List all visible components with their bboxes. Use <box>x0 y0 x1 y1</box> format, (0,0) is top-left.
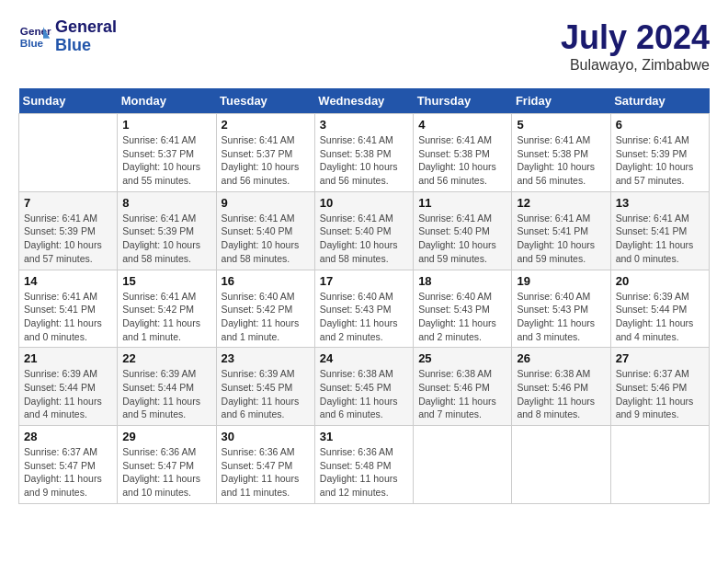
day-number: 1 <box>122 118 210 132</box>
weekday-header: Sunday <box>19 88 118 114</box>
day-number: 21 <box>24 351 112 365</box>
day-detail: Sunrise: 6:41 AM Sunset: 5:38 PM Dayligh… <box>320 133 408 188</box>
calendar-cell: 28Sunrise: 6:37 AM Sunset: 5:47 PM Dayli… <box>19 426 118 504</box>
calendar-week-row: 7Sunrise: 6:41 AM Sunset: 5:39 PM Daylig… <box>19 191 710 270</box>
day-number: 5 <box>517 118 605 132</box>
title-area: July 2024 Bulawayo, Zimbabwe <box>561 18 710 74</box>
calendar-cell: 1Sunrise: 6:41 AM Sunset: 5:37 PM Daylig… <box>118 114 216 192</box>
weekday-header: Monday <box>118 88 216 114</box>
day-detail: Sunrise: 6:39 AM Sunset: 5:44 PM Dayligh… <box>122 367 210 421</box>
day-number: 23 <box>222 351 310 365</box>
calendar-cell <box>19 114 118 192</box>
weekday-header: Tuesday <box>216 88 314 114</box>
page-header: General Blue General Blue July 2024 Bula… <box>18 18 710 74</box>
day-number: 12 <box>517 196 605 210</box>
calendar-cell: 18Sunrise: 6:40 AM Sunset: 5:43 PM Dayli… <box>414 270 512 348</box>
calendar-cell <box>512 426 610 504</box>
day-detail: Sunrise: 6:36 AM Sunset: 5:47 PM Dayligh… <box>222 445 310 500</box>
calendar-cell: 6Sunrise: 6:41 AM Sunset: 5:39 PM Daylig… <box>610 114 709 192</box>
day-number: 25 <box>418 351 506 365</box>
calendar-cell: 5Sunrise: 6:41 AM Sunset: 5:38 PM Daylig… <box>512 114 610 192</box>
calendar-cell: 8Sunrise: 6:41 AM Sunset: 5:39 PM Daylig… <box>118 191 216 270</box>
day-number: 11 <box>418 196 506 210</box>
svg-text:Blue: Blue <box>20 37 44 49</box>
day-detail: Sunrise: 6:39 AM Sunset: 5:45 PM Dayligh… <box>222 367 310 421</box>
day-number: 28 <box>24 430 112 443</box>
calendar-cell: 30Sunrise: 6:36 AM Sunset: 5:47 PM Dayli… <box>216 426 314 504</box>
weekday-header: Friday <box>512 88 610 114</box>
day-detail: Sunrise: 6:40 AM Sunset: 5:42 PM Dayligh… <box>222 290 310 344</box>
calendar-cell <box>610 426 709 504</box>
day-detail: Sunrise: 6:41 AM Sunset: 5:39 PM Dayligh… <box>24 212 112 266</box>
calendar-cell: 23Sunrise: 6:39 AM Sunset: 5:45 PM Dayli… <box>216 348 314 426</box>
calendar-cell: 20Sunrise: 6:39 AM Sunset: 5:44 PM Dayli… <box>610 270 709 348</box>
day-detail: Sunrise: 6:38 AM Sunset: 5:45 PM Dayligh… <box>320 367 408 421</box>
calendar-cell: 24Sunrise: 6:38 AM Sunset: 5:45 PM Dayli… <box>314 348 413 426</box>
day-detail: Sunrise: 6:41 AM Sunset: 5:40 PM Dayligh… <box>320 212 408 266</box>
day-number: 2 <box>222 118 310 132</box>
day-detail: Sunrise: 6:41 AM Sunset: 5:41 PM Dayligh… <box>517 212 605 266</box>
day-detail: Sunrise: 6:41 AM Sunset: 5:41 PM Dayligh… <box>616 212 704 266</box>
calendar-cell: 29Sunrise: 6:36 AM Sunset: 5:47 PM Dayli… <box>118 426 216 504</box>
weekday-header: Thursday <box>414 88 512 114</box>
day-detail: Sunrise: 6:41 AM Sunset: 5:37 PM Dayligh… <box>122 133 210 188</box>
calendar-cell: 27Sunrise: 6:37 AM Sunset: 5:46 PM Dayli… <box>610 348 709 426</box>
calendar-week-row: 1Sunrise: 6:41 AM Sunset: 5:37 PM Daylig… <box>19 114 710 192</box>
day-number: 8 <box>122 196 210 210</box>
day-number: 16 <box>222 274 310 288</box>
calendar-cell: 11Sunrise: 6:41 AM Sunset: 5:40 PM Dayli… <box>414 191 512 270</box>
calendar-cell: 10Sunrise: 6:41 AM Sunset: 5:40 PM Dayli… <box>314 191 413 270</box>
day-detail: Sunrise: 6:41 AM Sunset: 5:42 PM Dayligh… <box>122 290 210 344</box>
calendar-cell <box>414 426 512 504</box>
calendar-cell: 17Sunrise: 6:40 AM Sunset: 5:43 PM Dayli… <box>314 270 413 348</box>
day-number: 3 <box>320 118 408 132</box>
calendar-cell: 2Sunrise: 6:41 AM Sunset: 5:37 PM Daylig… <box>216 114 314 192</box>
calendar-week-row: 14Sunrise: 6:41 AM Sunset: 5:41 PM Dayli… <box>19 270 710 348</box>
weekday-header: Wednesday <box>314 88 413 114</box>
calendar-cell: 12Sunrise: 6:41 AM Sunset: 5:41 PM Dayli… <box>512 191 610 270</box>
calendar-cell: 14Sunrise: 6:41 AM Sunset: 5:41 PM Dayli… <box>19 270 118 348</box>
calendar-cell: 25Sunrise: 6:38 AM Sunset: 5:46 PM Dayli… <box>414 348 512 426</box>
day-number: 17 <box>320 274 408 288</box>
day-number: 24 <box>320 351 408 365</box>
day-detail: Sunrise: 6:41 AM Sunset: 5:41 PM Dayligh… <box>24 290 112 344</box>
day-number: 18 <box>418 274 506 288</box>
calendar-cell: 13Sunrise: 6:41 AM Sunset: 5:41 PM Dayli… <box>610 191 709 270</box>
logo-text-blue: Blue <box>55 37 117 55</box>
calendar-cell: 26Sunrise: 6:38 AM Sunset: 5:46 PM Dayli… <box>512 348 610 426</box>
day-number: 19 <box>517 274 605 288</box>
day-detail: Sunrise: 6:41 AM Sunset: 5:39 PM Dayligh… <box>122 212 210 266</box>
day-number: 14 <box>24 274 112 288</box>
day-number: 4 <box>418 118 506 132</box>
day-detail: Sunrise: 6:41 AM Sunset: 5:40 PM Dayligh… <box>418 212 506 266</box>
calendar-cell: 31Sunrise: 6:36 AM Sunset: 5:48 PM Dayli… <box>314 426 413 504</box>
day-detail: Sunrise: 6:36 AM Sunset: 5:47 PM Dayligh… <box>122 445 210 500</box>
calendar-cell: 19Sunrise: 6:40 AM Sunset: 5:43 PM Dayli… <box>512 270 610 348</box>
day-number: 9 <box>222 196 310 210</box>
day-number: 26 <box>517 351 605 365</box>
day-detail: Sunrise: 6:40 AM Sunset: 5:43 PM Dayligh… <box>418 290 506 344</box>
day-detail: Sunrise: 6:37 AM Sunset: 5:47 PM Dayligh… <box>24 445 112 500</box>
day-number: 6 <box>616 118 704 132</box>
day-detail: Sunrise: 6:41 AM Sunset: 5:39 PM Dayligh… <box>616 133 704 188</box>
day-detail: Sunrise: 6:38 AM Sunset: 5:46 PM Dayligh… <box>517 367 605 421</box>
logo-icon: General Blue <box>18 20 51 53</box>
day-detail: Sunrise: 6:36 AM Sunset: 5:48 PM Dayligh… <box>320 445 408 500</box>
day-detail: Sunrise: 6:39 AM Sunset: 5:44 PM Dayligh… <box>616 290 704 344</box>
calendar-cell: 21Sunrise: 6:39 AM Sunset: 5:44 PM Dayli… <box>19 348 118 426</box>
page-title: July 2024 <box>561 18 710 57</box>
day-detail: Sunrise: 6:39 AM Sunset: 5:44 PM Dayligh… <box>24 367 112 421</box>
calendar-cell: 3Sunrise: 6:41 AM Sunset: 5:38 PM Daylig… <box>314 114 413 192</box>
day-number: 30 <box>222 430 310 443</box>
day-number: 22 <box>122 351 210 365</box>
day-detail: Sunrise: 6:40 AM Sunset: 5:43 PM Dayligh… <box>320 290 408 344</box>
day-detail: Sunrise: 6:41 AM Sunset: 5:38 PM Dayligh… <box>418 133 506 188</box>
logo: General Blue General Blue <box>18 18 117 55</box>
day-number: 31 <box>320 430 408 443</box>
day-number: 29 <box>122 430 210 443</box>
day-number: 15 <box>122 274 210 288</box>
day-detail: Sunrise: 6:41 AM Sunset: 5:40 PM Dayligh… <box>222 212 310 266</box>
day-number: 10 <box>320 196 408 210</box>
day-detail: Sunrise: 6:41 AM Sunset: 5:38 PM Dayligh… <box>517 133 605 188</box>
weekday-header: Saturday <box>610 88 709 114</box>
